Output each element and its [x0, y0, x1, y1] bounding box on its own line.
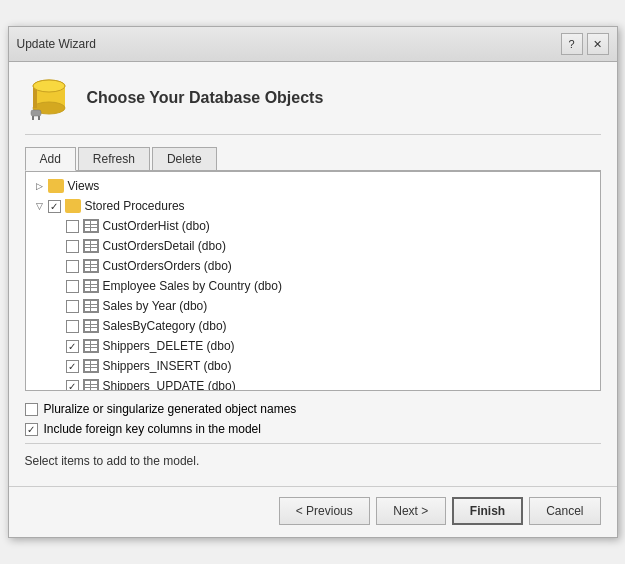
options-section: Pluralize or singularize generated objec…	[25, 391, 601, 444]
views-label: Views	[68, 179, 100, 193]
tree-item-stored-procedures[interactable]: ▽ Stored Procedures	[26, 196, 600, 216]
header-title: Choose Your Database Objects	[87, 89, 324, 107]
custorderhist-label: CustOrderHist (dbo)	[103, 219, 210, 233]
tree-item-custordersorders[interactable]: CustOrdersOrders (dbo)	[26, 256, 600, 276]
tree-item-custorderhist[interactable]: CustOrderHist (dbo)	[26, 216, 600, 236]
custordersdetail-label: CustOrdersDetail (dbo)	[103, 239, 226, 253]
tree-item-custordersdetail[interactable]: CustOrdersDetail (dbo)	[26, 236, 600, 256]
salesbyyear-icon	[83, 299, 99, 313]
salesbycategory-icon	[83, 319, 99, 333]
dialog-body: Choose Your Database Objects Add Refresh…	[9, 62, 617, 486]
tree-item-salesbyyear[interactable]: Sales by Year (dbo)	[26, 296, 600, 316]
salesbycategory-label: SalesByCategory (dbo)	[103, 319, 227, 333]
tree-item-views[interactable]: ▷ Views	[26, 176, 600, 196]
shippers-insert-label: Shippers_INSERT (dbo)	[103, 359, 232, 373]
close-button[interactable]: ✕	[587, 33, 609, 55]
employeesales-checkbox[interactable]	[66, 280, 79, 293]
tree-item-shippers-update[interactable]: Shippers_UPDATE (dbo)	[26, 376, 600, 391]
help-button[interactable]: ?	[561, 33, 583, 55]
custorderhist-checkbox[interactable]	[66, 220, 79, 233]
finish-button[interactable]: Finish	[452, 497, 523, 525]
database-icon	[25, 74, 73, 122]
cancel-button[interactable]: Cancel	[529, 497, 600, 525]
shippers-delete-checkbox[interactable]	[66, 340, 79, 353]
shippers-insert-icon	[83, 359, 99, 373]
tab-add[interactable]: Add	[25, 147, 76, 171]
tree-item-salesbycategory[interactable]: SalesByCategory (dbo)	[26, 316, 600, 336]
next-button[interactable]: Next >	[376, 497, 446, 525]
footer: < Previous Next > Finish Cancel	[9, 486, 617, 537]
shippers-update-checkbox[interactable]	[66, 380, 79, 392]
expand-sp-icon: ▽	[34, 200, 46, 212]
tabs-bar: Add Refresh Delete	[25, 147, 601, 171]
foreign-key-label: Include foreign key columns in the model	[44, 422, 261, 436]
tree-item-employeesales[interactable]: Employee Sales by Country (dbo)	[26, 276, 600, 296]
salesbyyear-checkbox[interactable]	[66, 300, 79, 313]
salesbycategory-checkbox[interactable]	[66, 320, 79, 333]
employeesales-icon	[83, 279, 99, 293]
shippers-insert-checkbox[interactable]	[66, 360, 79, 373]
status-text: Select items to add to the model.	[25, 444, 601, 474]
title-bar-icons: ? ✕	[561, 33, 609, 55]
option-foreign-key[interactable]: Include foreign key columns in the model	[25, 419, 601, 439]
shippers-delete-label: Shippers_DELETE (dbo)	[103, 339, 235, 353]
custordersdetail-icon	[83, 239, 99, 253]
pluralize-label: Pluralize or singularize generated objec…	[44, 402, 297, 416]
custordersorders-label: CustOrdersOrders (dbo)	[103, 259, 232, 273]
custorderhist-icon	[83, 219, 99, 233]
pluralize-checkbox[interactable]	[25, 403, 38, 416]
option-pluralize[interactable]: Pluralize or singularize generated objec…	[25, 399, 601, 419]
svg-rect-5	[31, 110, 41, 116]
foreign-key-checkbox[interactable]	[25, 423, 38, 436]
custordersorders-checkbox[interactable]	[66, 260, 79, 273]
header-section: Choose Your Database Objects	[25, 74, 601, 135]
update-wizard-dialog: Update Wizard ? ✕	[8, 26, 618, 538]
custordersdetail-checkbox[interactable]	[66, 240, 79, 253]
sp-checkbox[interactable]	[48, 200, 61, 213]
previous-button[interactable]: < Previous	[279, 497, 370, 525]
title-bar: Update Wizard ? ✕	[9, 27, 617, 62]
tree-panel[interactable]: ▷ Views ▽ Stored Procedures CustOrderHis…	[25, 171, 601, 391]
tab-delete[interactable]: Delete	[152, 147, 217, 171]
title-bar-left: Update Wizard	[17, 37, 96, 51]
custordersorders-icon	[83, 259, 99, 273]
dialog-title: Update Wizard	[17, 37, 96, 51]
tree-item-shippers-insert[interactable]: Shippers_INSERT (dbo)	[26, 356, 600, 376]
expand-views-icon: ▷	[34, 180, 46, 192]
shippers-update-label: Shippers_UPDATE (dbo)	[103, 379, 236, 391]
tab-refresh[interactable]: Refresh	[78, 147, 150, 171]
shippers-delete-icon	[83, 339, 99, 353]
svg-point-4	[33, 80, 65, 92]
salesbyyear-label: Sales by Year (dbo)	[103, 299, 208, 313]
sp-label: Stored Procedures	[85, 199, 185, 213]
shippers-update-icon	[83, 379, 99, 391]
tree-item-shippers-delete[interactable]: Shippers_DELETE (dbo)	[26, 336, 600, 356]
employeesales-label: Employee Sales by Country (dbo)	[103, 279, 282, 293]
